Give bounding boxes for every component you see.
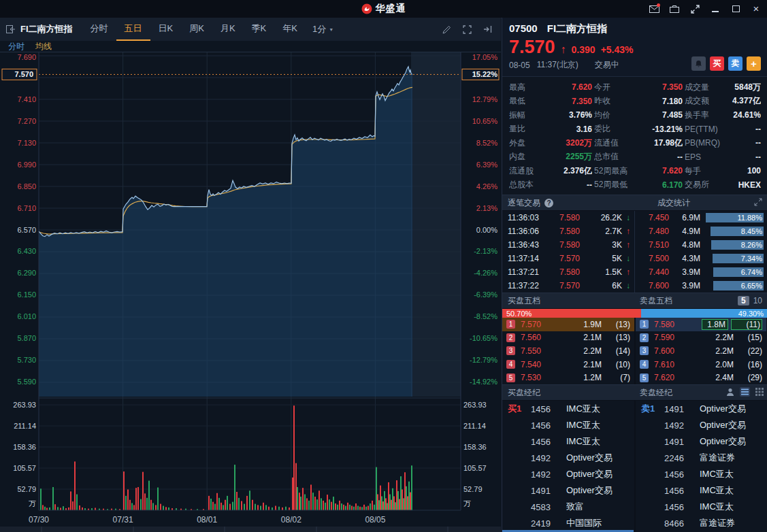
ask-level-row[interactable]: 57.6202.4M(29) xyxy=(636,371,766,384)
draw-pencil-icon[interactable] xyxy=(441,24,452,35)
stat-label: 今开 xyxy=(594,82,610,93)
sell-button[interactable]: 卖 xyxy=(728,56,742,71)
stat-value: 24.61% xyxy=(733,110,761,120)
depth-level-10-toggle[interactable]: 10 xyxy=(753,296,762,305)
broker-id: 2419 xyxy=(531,518,566,529)
stat-percent: 6.74% xyxy=(741,268,764,276)
buy-button[interactable]: 买 xyxy=(710,56,724,71)
bid-tag: 买1 xyxy=(502,403,531,415)
broker-name: 致富 xyxy=(566,501,634,513)
stat-value: 5848万 xyxy=(734,82,761,93)
ask-level-row[interactable]: 27.5902.2M(15) xyxy=(636,331,766,345)
stat-bar: 8.26% xyxy=(711,240,764,250)
tab-五日[interactable]: 五日 xyxy=(116,18,150,41)
volume-stat-row: 7.5104.8M8.26% xyxy=(635,238,767,252)
mail-icon[interactable] xyxy=(649,3,659,14)
bid-broker-row: 1491Optiver交易 xyxy=(502,482,634,499)
quote-date: 08-05 xyxy=(509,61,530,70)
chart-legend: 分时均线 xyxy=(0,41,509,52)
ask-price: 7.610 xyxy=(654,360,684,369)
close-button[interactable]: × xyxy=(751,3,762,14)
ask-volume: 2.0M xyxy=(684,360,734,369)
maximize-button[interactable] xyxy=(730,3,741,14)
trade-volume: 6K xyxy=(580,281,622,290)
bid-broker-row: 1492Optiver交易 xyxy=(502,466,634,482)
minute-period-dropdown[interactable]: 1分 ▼ xyxy=(312,23,333,35)
add-watchlist-button[interactable]: + xyxy=(747,56,761,71)
bid-order-count: (14) xyxy=(602,346,630,356)
tab-周K[interactable]: 周K xyxy=(181,18,212,41)
stat-item: PB(MRQ)-- xyxy=(685,136,761,150)
ask-level-row[interactable]: 17.5801.8M(11) xyxy=(636,318,766,331)
bid-level-row[interactable]: 47.5402.1M(10) xyxy=(502,358,634,371)
pop-out-icon[interactable] xyxy=(5,24,16,35)
tab-分时[interactable]: 分时 xyxy=(82,18,116,41)
bid-level-row[interactable]: 57.5301.2M(7) xyxy=(502,371,634,384)
ask-level-badge: 5 xyxy=(640,373,649,382)
broker-name: IMC亚太 xyxy=(700,484,766,497)
stat-label: PE(TTM) xyxy=(685,124,718,134)
ask-level-row[interactable]: 37.6002.2M(22) xyxy=(636,344,766,358)
trade-time: 11:36:06 xyxy=(502,227,547,236)
help-icon[interactable]: ? xyxy=(544,199,553,207)
svg-text:211.14: 211.14 xyxy=(463,422,486,430)
ask-levels: 17.5801.8M(11)27.5902.2M(15)37.6002.2M(2… xyxy=(634,318,766,384)
ask-order-count: (16) xyxy=(734,360,762,369)
arrow-down-icon: ↓ xyxy=(622,254,634,263)
bid-level-row[interactable]: 37.5502.2M(14) xyxy=(502,344,634,358)
stat-label: 流通值 xyxy=(594,137,619,149)
tab-年K[interactable]: 年K xyxy=(274,18,306,41)
ask-level-badge: 4 xyxy=(640,360,649,369)
volume-stat-row: 7.4403.9M6.74% xyxy=(635,265,767,279)
stat-label: 成交额 xyxy=(685,95,709,107)
tab-季K[interactable]: 季K xyxy=(244,18,275,41)
broker-name: 中国国际 xyxy=(566,517,634,529)
broker-holder-icon[interactable] xyxy=(726,388,734,397)
bid-price: 7.540 xyxy=(521,360,551,369)
expand-icon[interactable] xyxy=(754,198,762,206)
tab-月K[interactable]: 月K xyxy=(212,18,244,41)
stat-label: PB(MRQ) xyxy=(685,138,720,148)
stat-bar: 6.65% xyxy=(713,281,764,290)
stat-value: 7.180 xyxy=(662,97,683,106)
tick-trades-title: 逐笔交易 xyxy=(508,197,540,209)
ask-broker-row: 1491Optiver交易 xyxy=(636,433,766,450)
ask-level-badge: 3 xyxy=(640,346,649,355)
fullscreen-icon[interactable] xyxy=(461,24,472,35)
price-alert-button[interactable] xyxy=(691,56,706,71)
depth-level-5-toggle[interactable]: 5 xyxy=(738,296,749,305)
broker-list-view-icon[interactable] xyxy=(740,387,750,397)
tab-日K[interactable]: 日K xyxy=(150,18,182,41)
stat-value: 3202万 xyxy=(566,137,592,149)
legend-均线[interactable]: 均线 xyxy=(35,41,52,52)
stat-label: 外盘 xyxy=(509,137,525,149)
stat-value: 100 xyxy=(747,166,761,176)
svg-text:5.590: 5.590 xyxy=(17,378,36,386)
bid-level-row[interactable]: 27.5602.1M(13) xyxy=(502,331,634,345)
stat-value: 7.350 xyxy=(662,82,683,92)
svg-text:-14.92%: -14.92% xyxy=(470,378,497,386)
minimize-button[interactable] xyxy=(710,3,721,14)
screen-cast-icon[interactable] xyxy=(689,3,700,14)
bid-level-row[interactable]: 17.5701.9M(13) xyxy=(502,318,634,331)
stat-value: 7.620 xyxy=(572,82,592,92)
ask-volume: 2.2M xyxy=(684,346,734,356)
ask-level-badge: 2 xyxy=(640,333,649,342)
ask-volume: 2.2M xyxy=(684,333,734,342)
svg-text:-6.39%: -6.39% xyxy=(474,290,497,299)
stat-item: 均价7.485 xyxy=(594,108,683,122)
bid-level-badge: 5 xyxy=(506,373,515,382)
stat-bar: 8.45% xyxy=(711,227,764,236)
ask-level-row[interactable]: 47.6102.0M(16) xyxy=(636,358,766,371)
five-day-chart-canvas[interactable]: 7.69017.05%7.41012.79%7.27010.65%7.1308.… xyxy=(0,52,501,532)
bid-broker-row: 4583致富 xyxy=(502,499,634,515)
legend-分时[interactable]: 分时 xyxy=(8,41,25,52)
broker-id: 1492 xyxy=(664,420,700,431)
stat-value: -- xyxy=(755,152,761,162)
ask-tag: 卖1 xyxy=(636,403,664,415)
stat-bar-track: 7.34% xyxy=(706,254,764,263)
briefcase-icon[interactable] xyxy=(669,3,680,14)
broker-grid-view-icon[interactable] xyxy=(755,388,764,396)
collapse-panel-icon[interactable] xyxy=(482,24,493,35)
huasheng-trading-app: 华盛通 × FI二南方恒指 分时五日日K周K月K季K年K 1分 ▼ xyxy=(0,0,767,532)
